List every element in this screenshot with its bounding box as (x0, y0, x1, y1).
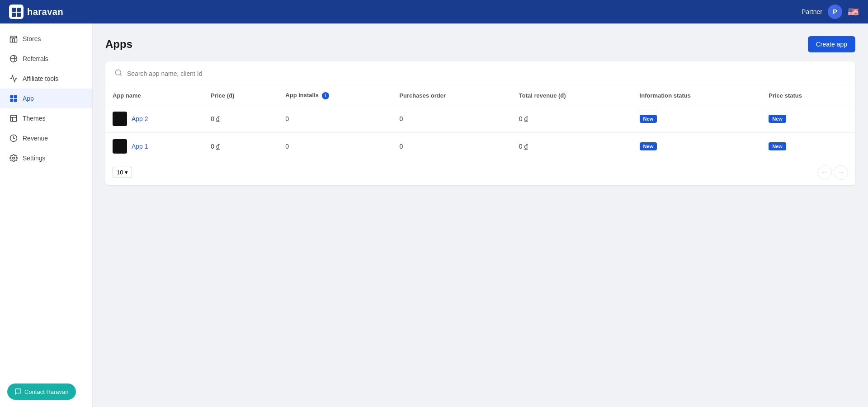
search-bar (105, 61, 855, 86)
contact-label: Contact Haravan (24, 388, 69, 395)
partner-label: Partner (802, 8, 822, 15)
svg-rect-8 (10, 99, 14, 102)
sidebar-item-revenue[interactable]: Revenue (0, 128, 92, 148)
app-link[interactable]: App 1 (132, 143, 148, 150)
prev-page-button[interactable]: ← (817, 165, 832, 180)
sidebar-item-referrals[interactable]: Referrals (0, 49, 92, 69)
per-page-select[interactable]: 10 ▾ (113, 167, 132, 178)
price-cell-0: 0 đ (203, 105, 278, 132)
table-row: App 1 0 đ000 đNewNew (105, 132, 855, 160)
info-status-badge: New (640, 142, 657, 150)
app-installs-info-icon: i (322, 92, 329, 99)
svg-rect-2 (12, 13, 16, 17)
purchases-cell-0: 0 (392, 105, 511, 132)
col-price: Price (đ) (203, 86, 278, 105)
search-input[interactable] (127, 70, 846, 77)
app-name-cell-0: App 2 (105, 105, 203, 132)
price-status-badge: New (769, 115, 786, 123)
sidebar-item-stores[interactable]: Stores (0, 29, 92, 49)
logo-area: haravan (9, 5, 63, 19)
sidebar-label-revenue: Revenue (23, 135, 48, 142)
page-title: Apps (105, 38, 132, 51)
flag-icon[interactable]: 🇺🇸 (848, 6, 859, 17)
search-icon (114, 69, 123, 79)
contact-button[interactable]: Contact Haravan (7, 384, 76, 400)
svg-rect-7 (14, 95, 17, 98)
stores-icon (9, 34, 18, 43)
sidebar-label-settings: Settings (23, 154, 46, 162)
svg-rect-4 (10, 38, 17, 42)
apps-table: App name Price (đ) App installs i Purcha… (105, 86, 855, 160)
price-cell-1: 0 đ (203, 132, 278, 160)
sidebar-label-referrals: Referrals (23, 55, 48, 62)
sidebar-item-themes[interactable]: Themes (0, 108, 92, 128)
layout: Stores Referrals Affiliate tools (0, 23, 868, 407)
sidebar-item-affiliate-tools[interactable]: Affiliate tools (0, 69, 92, 89)
sidebar-item-settings[interactable]: Settings (0, 148, 92, 168)
sidebar-item-app[interactable]: App (0, 89, 92, 108)
info-status-cell-1: New (632, 132, 762, 160)
price-status-cell-0: New (761, 105, 855, 132)
sidebar-label-affiliate: Affiliate tools (23, 75, 58, 82)
top-nav: haravan Partner P 🇺🇸 (0, 0, 868, 23)
purchases-cell-1: 0 (392, 132, 511, 160)
per-page-chevron: ▾ (125, 169, 128, 176)
logo-text: haravan (27, 7, 63, 17)
svg-rect-1 (17, 8, 21, 12)
per-page-value: 10 (117, 169, 123, 176)
revenue-icon (9, 134, 18, 143)
svg-rect-0 (12, 8, 16, 12)
col-app-name: App name (105, 86, 203, 105)
price-status-cell-1: New (761, 132, 855, 160)
svg-rect-3 (17, 13, 21, 17)
svg-point-13 (115, 70, 121, 75)
nav-right: Partner P 🇺🇸 (802, 5, 859, 19)
sidebar-bottom: Contact Haravan (0, 376, 92, 407)
avatar[interactable]: P (828, 5, 842, 19)
main-content: Apps Create app App name (93, 23, 868, 407)
create-app-button[interactable]: Create app (808, 36, 855, 52)
col-info-status: Information status (632, 86, 762, 105)
sidebar-nav: Stores Referrals Affiliate tools (0, 23, 92, 173)
revenue-cell-1: 0 đ (512, 132, 632, 160)
col-purchases-order: Purchases order (392, 86, 511, 105)
themes-icon (9, 114, 18, 123)
col-total-revenue: Total revenue (đ) (512, 86, 632, 105)
page-nav: ← → (817, 165, 848, 180)
svg-line-14 (120, 74, 121, 75)
logo-icon (9, 5, 24, 19)
svg-rect-9 (14, 99, 17, 102)
referrals-icon (9, 54, 18, 63)
pagination-row: 10 ▾ ← → (105, 160, 855, 185)
settings-icon (9, 154, 18, 163)
price-status-badge: New (769, 142, 786, 150)
app-icon (9, 94, 18, 103)
affiliate-icon (9, 74, 18, 83)
info-status-cell-0: New (632, 105, 762, 132)
app-link[interactable]: App 2 (132, 115, 148, 122)
svg-rect-6 (10, 95, 14, 98)
sidebar-label-stores: Stores (23, 35, 41, 42)
sidebar-label-app: App (23, 95, 34, 102)
sidebar-label-themes: Themes (23, 115, 46, 122)
app-icon-thumb (113, 139, 127, 154)
app-icon-thumb (113, 112, 127, 126)
col-price-status: Price status (761, 86, 855, 105)
col-app-installs: App installs i (278, 86, 392, 105)
app-name-cell-1: App 1 (105, 132, 203, 160)
info-status-badge: New (640, 115, 657, 123)
svg-rect-10 (10, 115, 17, 122)
apps-card: App name Price (đ) App installs i Purcha… (105, 61, 855, 185)
installs-cell-1: 0 (278, 132, 392, 160)
sidebar: Stores Referrals Affiliate tools (0, 23, 93, 407)
installs-cell-0: 0 (278, 105, 392, 132)
next-page-button[interactable]: → (834, 165, 848, 180)
svg-point-12 (13, 157, 15, 159)
page-header: Apps Create app (105, 36, 855, 52)
table-row: App 2 0 đ000 đNewNew (105, 105, 855, 132)
revenue-cell-0: 0 đ (512, 105, 632, 132)
